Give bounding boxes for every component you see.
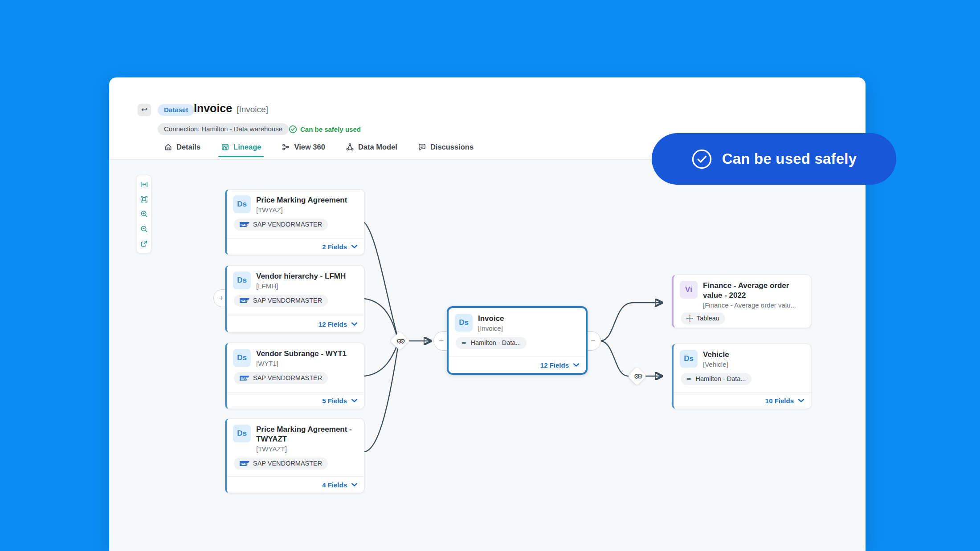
discussions-icon [418, 143, 426, 151]
fields-count: 5 Fields [322, 397, 347, 405]
fit-width-button[interactable] [137, 178, 151, 191]
tab-label: Discussions [430, 143, 474, 151]
arrow-back-icon: ↩ [141, 105, 147, 114]
fields-toggle[interactable]: 4 Fields [227, 476, 364, 493]
source-pill: Tableau [681, 312, 725, 324]
dataset-badge: Ds [455, 314, 473, 332]
node-title: Vendor hierarchy - LFMH [256, 271, 346, 281]
node-title: Invoice [478, 314, 504, 324]
dataset-badge: Ds [233, 425, 251, 442]
fields-count: 2 Fields [322, 243, 347, 251]
visualization-badge: Vi [680, 281, 698, 299]
fields-count: 12 Fields [540, 361, 569, 369]
data-model-icon [346, 143, 354, 151]
sap-icon: SAP [240, 376, 249, 381]
tab-bar: Details Lineage View 360 Data Model Disc… [164, 140, 474, 154]
source-label: SAP VENDORMASTER [253, 221, 322, 228]
node-title: Finance - Average order value - 2022 [703, 281, 804, 300]
minus-icon: − [439, 336, 444, 346]
lineage-node-invoice-selected[interactable]: Ds Invoice [Invoice] ✒ Hamilton - Data..… [447, 306, 588, 375]
asset-title: Invoice [194, 102, 232, 115]
lineage-node-price-marking-agreement-twyazt[interactable]: Ds Price Marking Agreement - TWYAZT [TWY… [225, 418, 364, 493]
lineage-node-vendor-hierarchy[interactable]: Ds Vendor hierarchy - LFMH [LFMH] SAP SA… [225, 265, 364, 332]
fit-view-icon [140, 195, 148, 203]
lineage-node-vendor-subrange[interactable]: Ds Vendor Subrange - WYT1 [WYT1] SAP SAP… [225, 343, 364, 409]
sap-icon: SAP [240, 298, 249, 303]
pen-nib-icon: ✒ [686, 376, 692, 382]
node-subtitle: [Finance - Average order valu... [703, 301, 804, 309]
fields-toggle[interactable]: 5 Fields [227, 392, 364, 409]
svg-text:SAP: SAP [241, 376, 248, 380]
tab-view-360[interactable]: View 360 [282, 143, 325, 151]
pen-nib-icon: ✒ [461, 340, 467, 346]
source-pill: ✒ Hamilton - Data... [681, 373, 751, 385]
node-subtitle: [LFMH] [256, 282, 346, 290]
dataset-badge: Ds [233, 271, 251, 289]
export-button[interactable] [137, 237, 151, 250]
gears-icon: ⚙⚙ [634, 373, 641, 380]
node-body: Ds Price Marking Agreement [TWYAZ] SAP S… [227, 190, 364, 238]
source-pill: ✒ Hamilton - Data... [456, 337, 527, 349]
gears-icon: ⚙⚙ [396, 338, 403, 344]
tab-details[interactable]: Details [164, 143, 200, 151]
back-button[interactable]: ↩ [138, 104, 151, 116]
asset-subtitle: [Invoice] [237, 105, 268, 114]
sap-icon: SAP [240, 222, 249, 227]
view-360-icon [282, 143, 290, 151]
node-subtitle: [TWYAZT] [256, 445, 358, 453]
certificate-status: Can be safely used [289, 123, 361, 135]
fields-toggle[interactable]: 12 Fields [449, 357, 586, 373]
node-title: Vendor Subrange - WYT1 [256, 349, 347, 359]
node-title: Price Marking Agreement - TWYAZT [256, 425, 358, 444]
zoom-out-icon [140, 225, 148, 233]
lineage-node-finance-average-order-value[interactable]: Vi Finance - Average order value - 2022 … [672, 275, 811, 328]
lineage-icon [221, 143, 229, 151]
node-title: Vehicle [703, 350, 729, 360]
source-label: Hamilton - Data... [696, 375, 746, 382]
home-icon [164, 143, 172, 151]
fit-view-button[interactable] [137, 193, 151, 206]
node-body: Ds Price Marking Agreement - TWYAZT [TWY… [227, 419, 364, 476]
node-subtitle: [WYT1] [256, 360, 347, 367]
fields-toggle[interactable]: 12 Fields [227, 316, 364, 332]
source-pill: SAP SAP VENDORMASTER [234, 219, 328, 231]
certification-callout: Can be used safely [652, 133, 896, 185]
source-pill: SAP SAP VENDORMASTER [234, 372, 328, 384]
fields-toggle[interactable]: 10 Fields [674, 392, 811, 409]
tab-discussions[interactable]: Discussions [418, 143, 474, 151]
sap-icon: SAP [240, 461, 249, 466]
fields-count: 10 Fields [765, 397, 794, 405]
lineage-node-price-marking-agreement[interactable]: Ds Price Marking Agreement [TWYAZ] SAP S… [225, 189, 364, 255]
node-body: Ds Invoice [Invoice] ✒ Hamilton - Data..… [449, 308, 586, 357]
node-body: Ds Vendor hierarchy - LFMH [LFMH] SAP SA… [227, 266, 364, 316]
plus-icon: + [219, 293, 224, 303]
source-label: SAP VENDORMASTER [253, 297, 322, 304]
connection-chip[interactable]: Connection: Hamilton - Data warehouse [158, 123, 289, 135]
fields-count: 4 Fields [322, 481, 347, 489]
fields-count: 12 Fields [318, 320, 347, 328]
zoom-out-button[interactable] [137, 222, 151, 235]
source-label: Hamilton - Data... [471, 339, 521, 346]
tab-data-model[interactable]: Data Model [346, 143, 397, 151]
tab-label: Lineage [233, 143, 261, 151]
page-title: Invoice [Invoice] [194, 102, 268, 115]
node-title: Price Marking Agreement [256, 195, 347, 205]
node-body: Vi Finance - Average order value - 2022 … [674, 275, 811, 328]
node-subtitle: [Vehicle] [703, 361, 729, 368]
tab-label: View 360 [294, 143, 325, 151]
tab-label: Details [176, 143, 200, 151]
chevron-down-icon [351, 322, 358, 326]
chevron-down-icon [351, 482, 358, 487]
fields-toggle[interactable]: 2 Fields [227, 238, 364, 255]
tab-lineage[interactable]: Lineage [221, 143, 261, 151]
zoom-in-button[interactable] [137, 207, 151, 221]
source-label: SAP VENDORMASTER [253, 460, 322, 467]
zoom-in-icon [140, 210, 148, 218]
svg-text:SAP: SAP [241, 223, 248, 227]
node-subtitle: [TWYAZ] [256, 206, 347, 214]
lineage-node-vehicle[interactable]: Ds Vehicle [Vehicle] ✒ Hamilton - Data..… [672, 344, 811, 409]
source-pill: SAP SAP VENDORMASTER [234, 458, 328, 470]
asset-type-badge: Dataset [158, 104, 194, 116]
source-pill: SAP SAP VENDORMASTER [234, 295, 328, 307]
chevron-down-icon [351, 398, 358, 403]
